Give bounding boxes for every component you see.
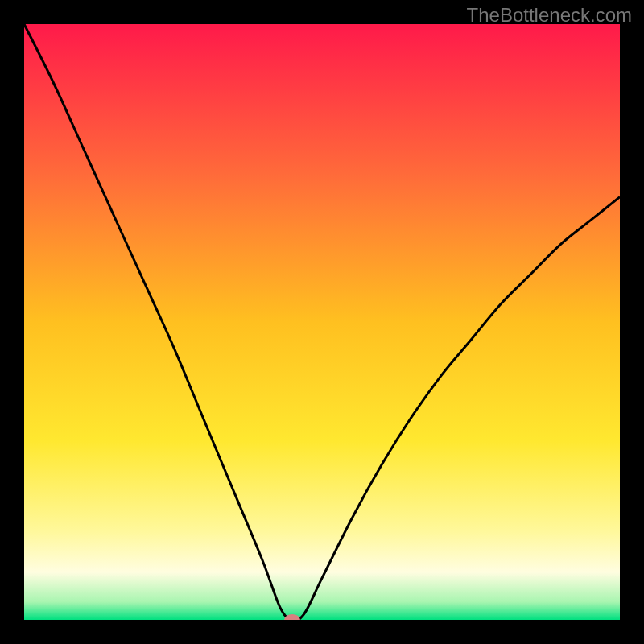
watermark-text: TheBottleneck.com <box>467 4 632 27</box>
gradient-background <box>24 24 620 620</box>
bottleneck-chart: TheBottleneck.com <box>0 0 644 644</box>
chart-svg <box>0 0 644 644</box>
